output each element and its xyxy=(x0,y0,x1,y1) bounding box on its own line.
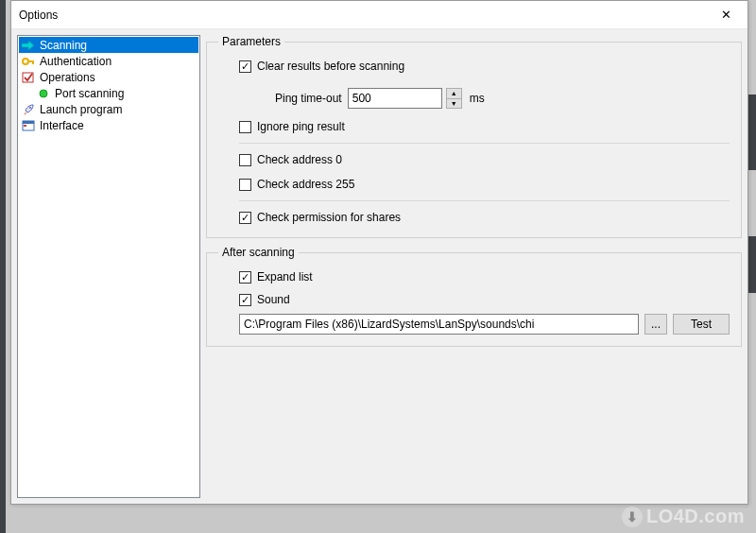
ignore-ping-label: Ignore ping result xyxy=(257,120,345,133)
sidebar-item-label: Operations xyxy=(40,71,95,84)
sidebar-item-authentication[interactable]: Authentication xyxy=(19,53,198,69)
window-icon xyxy=(21,118,36,133)
expand-list-checkbox[interactable] xyxy=(239,271,251,284)
svg-point-4 xyxy=(40,90,47,97)
expand-list-label: Expand list xyxy=(257,270,313,284)
rocket-icon xyxy=(21,102,36,117)
key-icon xyxy=(21,54,36,69)
titlebar: Options ✕ xyxy=(11,1,747,29)
sidebar-item-label: Authentication xyxy=(40,55,112,68)
divider xyxy=(239,143,730,144)
dot-green-icon xyxy=(36,86,51,101)
after-scanning-group: After scanning Expand list Sound ... Tes… xyxy=(206,246,742,347)
sidebar-item-scanning[interactable]: Scanning xyxy=(19,37,198,53)
spin-down-icon[interactable]: ▼ xyxy=(447,99,461,109)
svg-point-5 xyxy=(29,107,31,109)
parameters-group: Parameters Clear results before scanning… xyxy=(206,35,742,238)
ping-timeout-unit: ms xyxy=(470,92,485,105)
svg-rect-2 xyxy=(32,60,34,64)
close-icon: ✕ xyxy=(721,8,731,22)
close-button[interactable]: ✕ xyxy=(705,1,747,28)
sound-label: Sound xyxy=(257,293,290,306)
arrow-right-icon xyxy=(21,38,36,53)
check-addr-0-label: Check address 0 xyxy=(257,153,342,166)
options-window: Options ✕ Scanning Authentication xyxy=(10,0,748,505)
sound-checkbox[interactable] xyxy=(239,294,251,306)
check-addr-255-checkbox[interactable] xyxy=(239,179,251,191)
clear-results-checkbox[interactable] xyxy=(239,60,251,73)
ping-timeout-input[interactable] xyxy=(348,88,442,109)
sound-path-input[interactable] xyxy=(239,314,639,335)
check-addr-255-label: Check address 255 xyxy=(257,178,354,191)
ignore-ping-checkbox[interactable] xyxy=(239,121,251,133)
check-icon xyxy=(21,70,36,85)
check-addr-0-checkbox[interactable] xyxy=(239,154,251,166)
sidebar-item-label: Port scanning xyxy=(55,87,124,100)
sidebar-item-label: Interface xyxy=(40,119,84,132)
svg-rect-8 xyxy=(24,125,26,127)
check-permission-label: Check permission for shares xyxy=(257,211,401,224)
options-content: Parameters Clear results before scanning… xyxy=(206,35,742,498)
ping-timeout-spinner[interactable]: ▲ ▼ xyxy=(446,88,462,109)
check-permission-checkbox[interactable] xyxy=(239,212,251,224)
test-button[interactable]: Test xyxy=(673,314,730,335)
watermark-text: LO4D.com xyxy=(646,506,745,527)
svg-rect-7 xyxy=(23,121,34,124)
sidebar-item-port-scanning[interactable]: Port scanning xyxy=(19,85,198,101)
clear-results-label: Clear results before scanning xyxy=(257,60,404,73)
sidebar-item-launch-program[interactable]: Launch program xyxy=(19,101,198,117)
after-scanning-legend: After scanning xyxy=(218,246,299,259)
parameters-legend: Parameters xyxy=(218,35,284,48)
sidebar-item-label: Launch program xyxy=(40,103,122,116)
ping-timeout-label: Ping time-out xyxy=(275,92,342,105)
browse-button[interactable]: ... xyxy=(644,314,667,335)
options-sidebar: Scanning Authentication Operations Port … xyxy=(17,35,200,498)
sidebar-item-interface[interactable]: Interface xyxy=(19,117,198,133)
watermark: ⬇ LO4D.com xyxy=(622,506,745,527)
window-title: Options xyxy=(19,9,705,22)
divider xyxy=(239,200,730,201)
spin-up-icon[interactable]: ▲ xyxy=(447,89,461,99)
download-icon: ⬇ xyxy=(622,507,643,527)
sidebar-item-label: Scanning xyxy=(40,39,87,52)
sidebar-item-operations[interactable]: Operations xyxy=(19,69,198,85)
